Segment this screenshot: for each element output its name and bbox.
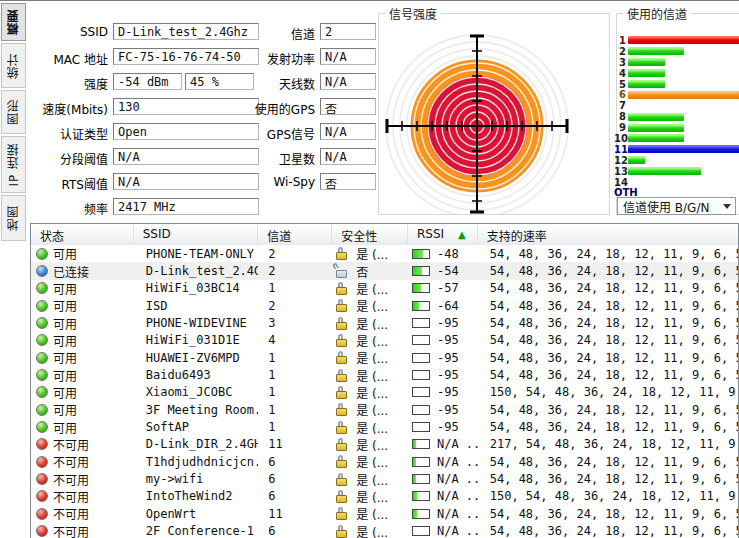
security-text: 是 (... [356, 280, 388, 297]
lock-icon [336, 507, 347, 520]
header-status[interactable]: 状态 [31, 224, 134, 245]
channel-usage-chart: 1 2 3 [617, 35, 739, 198]
security-cell: 是 (... [332, 436, 408, 453]
channel-number-label: 1 [614, 35, 626, 46]
table-row[interactable]: 可用 PHONE-WIDEVINE 3 是 (... -95 54, 48, 3… [31, 314, 738, 331]
channel-number-label: 9 [614, 122, 626, 133]
tx-power-field[interactable]: N/A [320, 48, 376, 65]
status-cell: 不可用 [31, 436, 134, 453]
header-channel[interactable]: 信道 [258, 224, 332, 245]
rssi-bar [412, 318, 430, 328]
rssi-value: -57 [437, 281, 459, 295]
channel-row: 12 [617, 155, 739, 166]
security-cell: 是 (... [332, 245, 408, 262]
channels-panel: 使用的信道 1 2 3 [616, 13, 739, 215]
rssi-bar [412, 491, 430, 501]
status-icon [36, 421, 48, 433]
tab-graphs[interactable]: 图形 [1, 90, 26, 134]
ssid-cell: Xiaomi_JCOBC [134, 384, 259, 401]
tab-statistics[interactable]: 统计 [1, 43, 26, 88]
lock-icon [336, 403, 347, 416]
rssi-value: N/A ... [437, 455, 478, 469]
rssi-bar [412, 301, 430, 311]
status-icon [36, 404, 48, 416]
gps-signal-field[interactable]: N/A [320, 123, 376, 140]
status-icon [36, 508, 48, 520]
channel-cell: 6 [258, 488, 332, 505]
table-row[interactable]: 可用 SoftAP 1 是 (... -95 54, 48, 36, 24, 1… [31, 418, 738, 435]
security-text: 是 (... [356, 505, 388, 522]
header-rates[interactable]: 支持的速率 [478, 224, 738, 245]
table-row[interactable]: 可用 HUAWEI-ZV6MPD 1 是 (... -95 54, 48, 36… [31, 349, 738, 366]
status-cell: 可用 [31, 332, 134, 349]
security-text: 是 (... [356, 488, 388, 505]
status-text: 不可用 [53, 436, 89, 453]
table-row[interactable]: 可用 Baidu6493 1 是 (... -95 54, 48, 36, 24… [31, 366, 738, 383]
channel-bar-track [628, 91, 739, 99]
dropdown-button[interactable] [718, 198, 735, 214]
status-cell: 不可用 [31, 488, 134, 505]
channel-number-label: 2 [614, 46, 626, 57]
channel-cell: 1 [258, 366, 332, 383]
frag-threshold-label: 分段阈值 [28, 150, 108, 167]
table-row[interactable]: 不可用 2F Conference-1 6 是 (... N/A ... 54,… [31, 523, 738, 538]
rssi-cell: N/A ... [408, 488, 478, 505]
table-row[interactable]: 不可用 D-Link_DIR_2.4GHz 11 是 (... N/A ... … [31, 436, 738, 453]
header-rssi[interactable]: RSSI▲ [408, 224, 478, 245]
table-row[interactable]: 不可用 IntoTheWind2 6 是 (... N/A ... 150, 5… [31, 488, 738, 505]
header-ssid[interactable]: SSID [134, 224, 259, 245]
lock-icon [336, 490, 347, 503]
wispy-field[interactable]: 否 [320, 173, 376, 190]
tab-summary[interactable]: 概要 [1, 3, 26, 41]
channel-cell: 1 [258, 418, 332, 435]
channel-usage-dropdown[interactable]: 信道使用 B/G/N [617, 197, 736, 215]
rssi-value: -95 [437, 403, 459, 417]
table-row[interactable]: 不可用 OpenWrt 11 是 (... N/A ... 54, 48, 36… [31, 505, 738, 522]
table-row[interactable]: 可用 PHONE-TEAM-ONLY 2 是 (... -48 54, 48, … [31, 245, 738, 262]
lock-icon [336, 455, 347, 468]
satellites-field[interactable]: N/A [320, 148, 376, 165]
table-row[interactable]: 可用 Xiaomi_JCOBC 1 是 (... -95 150, 54, 48… [31, 384, 738, 401]
table-row[interactable]: 可用 ISD 2 是 (... -64 54, 48, 36, 24, 18, … [31, 297, 738, 314]
rates-cell: 54, 48, 36, 24, 18, 12, 11, 9, 6, 5, 2, … [478, 262, 738, 279]
table-row[interactable]: 可用 HiWiFi_031D1E 4 是 (... -95 54, 48, 36… [31, 332, 738, 349]
table-row[interactable]: 已连接 D-Link_test_2.4Ghz 2 否 -54 54, 48, 3… [31, 262, 738, 279]
frequency-field[interactable]: 2417 MHz [113, 198, 259, 215]
channel-bar-track [628, 167, 739, 175]
tab-map[interactable]: 地图 [1, 195, 26, 241]
wifi-scanner-window: 概要 统计 图形 IP 连接 地图 SSID D-Link_test_2.4Gh… [0, 0, 739, 538]
rssi-bar [412, 457, 430, 467]
channel-cell: 6 [258, 453, 332, 470]
gps-used-field[interactable]: 否 [320, 98, 376, 115]
channel-cell: 6 [258, 470, 332, 487]
channel-cell: 11 [258, 505, 332, 522]
rssi-cell: -95 [408, 401, 478, 418]
table-row[interactable]: 不可用 my->wifi 6 是 (... N/A ... 54, 48, 36… [31, 470, 738, 487]
table-row[interactable]: 可用 3F Meeting Room... 1 是 (... -95 54, 4… [31, 401, 738, 418]
channel-field[interactable]: 2 [320, 23, 376, 40]
mac-label: MAC 地址 [28, 50, 108, 67]
antennas-field[interactable]: N/A [320, 73, 376, 90]
security-text: 是 (... [356, 471, 388, 488]
table-row[interactable]: 可用 HiWiFi_03BC14 1 是 (... -57 54, 48, 36… [31, 280, 738, 297]
rssi-value: N/A ... [437, 472, 478, 486]
rates-cell: 217, 54, 48, 36, 24, 18, 12, 11, 9, 6, 5… [478, 436, 738, 453]
rssi-bar [412, 422, 430, 432]
security-cell: 是 (... [332, 384, 408, 401]
channel-usage-bar [628, 80, 665, 88]
status-icon [36, 386, 48, 398]
tab-ip-connections[interactable]: IP 连接 [1, 136, 26, 193]
channel-cell: 1 [258, 280, 332, 297]
ssid-cell: HiWiFi_031D1E [134, 332, 259, 349]
table-row[interactable]: 不可用 T1hdjudhdnicjcn... 6 是 (... N/A ... … [31, 453, 738, 470]
header-security[interactable]: 安全性 [332, 224, 408, 245]
status-cell: 可用 [31, 297, 134, 314]
status-icon [36, 369, 48, 381]
channel-row: 13 [617, 166, 739, 177]
status-cell: 可用 [31, 245, 134, 262]
strength-dbm-field[interactable]: -54 dBm [113, 73, 182, 90]
status-cell: 可用 [31, 314, 134, 331]
security-text: 是 (... [356, 332, 388, 349]
network-table: 状态 SSID 信道 安全性 RSSI▲ 支持的速率 可用 PHONE-TEAM… [30, 223, 739, 538]
channel-number-label: 12 [614, 155, 626, 166]
